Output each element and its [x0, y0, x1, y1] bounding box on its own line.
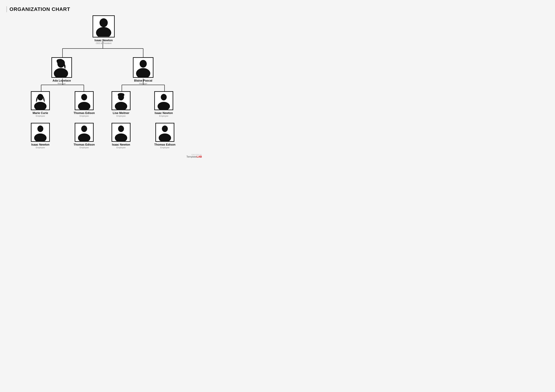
ceo-name: Isaac Newton: [95, 39, 113, 42]
svg-point-24: [161, 94, 167, 100]
svg-point-20: [81, 94, 87, 100]
ceo-photo: [93, 15, 115, 37]
emp5-photo: [31, 123, 50, 142]
emp7-node: Isaac Newton Employee: [111, 123, 131, 149]
emp3-node: Lise Meitner Employee: [111, 91, 131, 117]
svg-point-18: [37, 94, 43, 100]
emp3-title: Employee: [117, 115, 126, 117]
manager2-node: Blaise Pascal Manager: [133, 57, 153, 85]
emp2-name: Thomas Edison: [73, 111, 95, 115]
emp5-node: Isaac Newton Employee: [31, 123, 50, 149]
brand-label: TemplateLAB: [186, 155, 202, 158]
emp6-photo: [75, 123, 94, 142]
manager1-name: Ada Lovelace: [52, 79, 71, 82]
emp5-name: Isaac Newton: [31, 143, 49, 146]
emp2-node: Thomas Edison Employee: [73, 91, 95, 117]
emp4-photo: [154, 91, 173, 110]
svg-point-12: [100, 18, 108, 27]
svg-point-27: [34, 133, 46, 142]
manager1-node: Ada Lovelace Manager: [51, 57, 72, 85]
svg-point-32: [162, 126, 168, 132]
svg-point-13: [96, 27, 111, 37]
emp2-title: Employee: [80, 115, 89, 117]
emp3-photo: [111, 91, 131, 110]
svg-point-21: [78, 102, 90, 110]
created-by-label: CREATED BY: [186, 154, 202, 155]
svg-point-16: [139, 60, 147, 68]
emp8-node: Thomas Edison Employee: [154, 123, 175, 149]
svg-point-15: [54, 68, 68, 78]
emp7-title: Employee: [117, 146, 126, 149]
manager1-photo: [51, 57, 72, 78]
emp5-title: Employee: [36, 146, 45, 149]
svg-point-29: [78, 133, 90, 142]
svg-point-19: [34, 102, 46, 110]
svg-point-23: [115, 102, 127, 110]
emp6-name: Thomas Edison: [73, 143, 95, 146]
emp1-title: Employee: [36, 115, 45, 117]
emp1-name: Marie Curie: [33, 111, 48, 115]
emp4-node: Isaac Newton Employee: [154, 91, 173, 117]
ceo-title: CEO & President: [96, 42, 111, 44]
emp1-photo: [31, 91, 50, 110]
svg-point-17: [136, 68, 150, 78]
manager2-name: Blaise Pascal: [134, 79, 152, 82]
svg-point-28: [81, 126, 87, 132]
svg-point-26: [37, 126, 43, 132]
emp7-name: Isaac Newton: [112, 143, 130, 146]
manager2-photo: [133, 57, 153, 78]
emp1-node: Marie Curie Employee: [31, 91, 50, 117]
templatelab-badge: CREATED BY TemplateLAB: [186, 154, 202, 158]
emp3-name: Lise Meitner: [113, 111, 129, 115]
svg-point-31: [115, 133, 127, 142]
svg-point-33: [159, 133, 171, 142]
emp7-photo: [111, 123, 131, 142]
emp8-photo: [155, 123, 174, 142]
emp8-name: Thomas Edison: [154, 143, 175, 146]
emp4-title: Employee: [159, 115, 168, 117]
svg-point-25: [158, 102, 170, 110]
manager2-title: Manager: [139, 82, 147, 85]
emp8-title: Employee: [160, 146, 169, 149]
emp6-node: Thomas Edison Employee: [73, 123, 95, 149]
emp2-photo: [75, 91, 94, 110]
page-title: ORGANIZATION CHART: [6, 6, 199, 12]
svg-point-30: [118, 126, 124, 132]
emp6-title: Employee: [80, 146, 89, 149]
emp4-name: Isaac Newton: [154, 111, 173, 115]
ceo-node: Isaac Newton CEO & President: [93, 15, 115, 44]
manager1-title: Manager: [58, 82, 66, 85]
